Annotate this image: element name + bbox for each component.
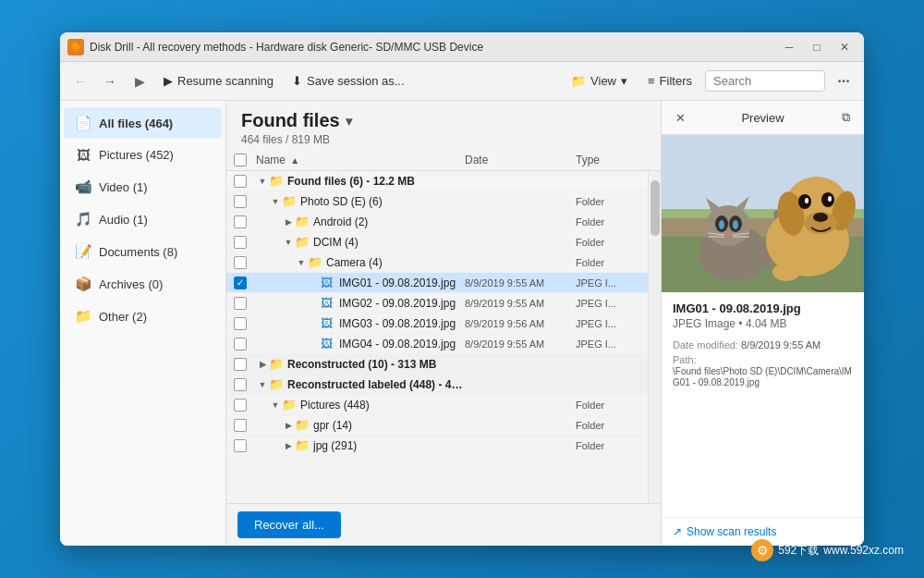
tree-toggle-icon[interactable]: ▼ xyxy=(282,236,295,249)
window-controls: ─ □ ✕ xyxy=(777,39,857,55)
scrollbar[interactable] xyxy=(648,171,661,503)
table-row[interactable]: ▼ 📁 Pictures (448) Folder xyxy=(226,395,648,415)
sidebar-item-archives[interactable]: 📦 Archives (0) xyxy=(64,268,222,300)
row-filename: Found files (6) - 12.2 MB xyxy=(287,175,465,188)
sidebar-item-label: Archives (0) xyxy=(99,277,163,291)
row-type: JPEG I... xyxy=(576,277,640,289)
type-column-header[interactable]: Type xyxy=(576,154,640,166)
row-checkbox[interactable] xyxy=(234,236,247,249)
svg-point-22 xyxy=(813,213,828,222)
row-type: JPEG I... xyxy=(576,338,640,350)
row-checkbox[interactable] xyxy=(234,358,247,371)
resume-scanning-button[interactable]: ▶ Resume scanning xyxy=(156,70,281,92)
sidebar-item-label: Other (2) xyxy=(99,310,147,324)
tree-toggle-icon[interactable]: ▶ xyxy=(256,358,269,371)
watermark-icon: ⚙ xyxy=(751,539,773,561)
minimize-button[interactable]: ─ xyxy=(777,39,801,55)
file-list-container: Name ▲ Date Type ▼ xyxy=(226,150,661,503)
svg-point-25 xyxy=(805,198,808,203)
date-column-header[interactable]: Date xyxy=(465,154,576,166)
folder-yellow-icon: 📁 xyxy=(282,398,297,412)
table-row[interactable]: ▼ 📁 DCIM (4) Folder xyxy=(226,232,648,252)
row-checkbox[interactable] xyxy=(234,439,247,452)
row-checkbox[interactable] xyxy=(234,215,247,228)
table-row[interactable]: ▶ 📁 Android (2) Folder xyxy=(226,212,648,232)
external-link-icon: ↗ xyxy=(673,525,682,538)
row-checkbox[interactable]: ✓ xyxy=(234,277,247,289)
image-file-icon: 🖼 xyxy=(321,316,335,331)
select-all-checkbox[interactable] xyxy=(234,154,247,166)
row-checkbox[interactable] xyxy=(234,378,247,391)
tree-toggle-icon[interactable]: ▼ xyxy=(256,378,269,391)
svg-point-12 xyxy=(723,231,733,237)
back-button[interactable]: ← xyxy=(67,68,93,94)
no-toggle xyxy=(308,277,321,289)
preview-close-button[interactable]: ✕ xyxy=(671,108,689,127)
table-row[interactable]: ▶ 📁 Reconstructed (10) - 313 MB xyxy=(226,354,648,375)
tree-toggle-icon[interactable]: ▼ xyxy=(269,399,282,412)
table-row[interactable]: ▼ 📁 Camera (4) Folder xyxy=(226,252,648,273)
preview-copy-button[interactable]: ⧉ xyxy=(836,108,855,127)
row-checkbox[interactable] xyxy=(234,297,247,310)
sidebar-item-other[interactable]: 📁 Other (2) xyxy=(64,301,222,332)
tree-toggle-icon[interactable]: ▼ xyxy=(256,175,269,188)
row-checkbox[interactable] xyxy=(234,317,247,330)
search-input[interactable] xyxy=(705,70,825,92)
table-row[interactable]: ▼ 📁 Photo SD (E) (6) Folder xyxy=(226,191,648,212)
file-footer: Recover all... xyxy=(226,503,661,546)
table-row[interactable]: ✓ 🖼 IMG01 - 09.08.2019.jpg 8/9/2019 9:55… xyxy=(226,273,648,293)
row-checkbox[interactable] xyxy=(234,399,247,412)
sidebar-item-documents[interactable]: 📝 Documents (8) xyxy=(64,236,222,267)
recover-all-button[interactable]: Recover all... xyxy=(237,511,341,538)
play-button[interactable]: ▶ xyxy=(127,68,152,94)
close-button[interactable]: ✕ xyxy=(833,39,857,55)
row-type: Folder xyxy=(576,257,640,268)
tree-toggle-icon[interactable]: ▶ xyxy=(282,419,295,432)
sidebar-item-all-files[interactable]: 📄 All files (464) xyxy=(64,107,222,139)
no-toggle xyxy=(308,297,321,310)
sidebar-item-pictures[interactable]: 🖼 Pictures (452) xyxy=(64,140,222,170)
more-button[interactable]: ··· xyxy=(831,68,857,94)
save-session-button[interactable]: ⬇ Save session as... xyxy=(285,70,412,92)
forward-button[interactable]: → xyxy=(97,68,123,94)
sidebar-item-label: Audio (1) xyxy=(99,213,148,227)
scrollbar-thumb[interactable] xyxy=(650,180,660,236)
row-type: Folder xyxy=(576,420,640,431)
row-checkbox[interactable] xyxy=(234,419,247,432)
table-row[interactable]: 🖼 IMG02 - 09.08.2019.jpg 8/9/2019 9:55 A… xyxy=(226,293,648,314)
row-checkbox[interactable] xyxy=(234,195,247,208)
tree-toggle-icon[interactable]: ▶ xyxy=(282,215,295,228)
maximize-button[interactable]: □ xyxy=(805,39,829,55)
tree-toggle-icon[interactable]: ▶ xyxy=(282,439,295,452)
table-row[interactable]: 🖼 IMG03 - 09.08.2019.jpg 8/9/2019 9:56 A… xyxy=(226,314,648,334)
tree-toggle-icon[interactable]: ▼ xyxy=(295,256,308,269)
sidebar-item-video[interactable]: 📹 Video (1) xyxy=(64,171,222,203)
table-row[interactable]: ▶ 📁 gpr (14) Folder xyxy=(226,415,648,436)
preview-path: Path: \Found files\Photo SD (E)\DCIM\Cam… xyxy=(673,354,853,387)
table-row[interactable]: 🖼 IMG04 - 09.08.2019.jpg 8/9/2019 9:55 A… xyxy=(226,334,648,354)
row-filename: IMG04 - 09.08.2019.jpg xyxy=(339,338,465,350)
row-checkbox[interactable] xyxy=(234,175,247,188)
row-filename: jpg (291) xyxy=(313,439,465,452)
file-list[interactable]: ▼ 📁 Found files (6) - 12.2 MB xyxy=(226,171,648,503)
table-row[interactable]: ▼ 📁 Found files (6) - 12.2 MB xyxy=(226,171,648,191)
table-row[interactable]: ▶ 📁 jpg (291) Folder xyxy=(226,436,648,456)
preview-header: ✕ Preview ⧉ xyxy=(662,101,864,135)
svg-point-24 xyxy=(821,192,834,207)
watermark-url: www.592xz.com xyxy=(823,544,904,557)
name-column-header[interactable]: Name ▲ xyxy=(256,154,465,166)
view-button[interactable]: 📁 View ▾ xyxy=(564,70,635,92)
tree-toggle-icon[interactable]: ▼ xyxy=(269,195,282,208)
table-row[interactable]: ▼ 📁 Reconstructed labeled (448) - 493 MB xyxy=(226,375,648,395)
preview-filetype: JPEG Image • 4.04 MB xyxy=(673,317,853,330)
preview-info: IMG01 - 09.08.2019.jpg JPEG Image • 4.04… xyxy=(662,292,864,517)
row-checkbox[interactable] xyxy=(234,256,247,269)
sidebar-item-audio[interactable]: 🎵 Audio (1) xyxy=(64,203,222,235)
preview-date-modified: Date modified: 8/9/2019 9:55 AM xyxy=(673,339,853,350)
preview-filename: IMG01 - 09.08.2019.jpg xyxy=(673,301,853,315)
folder-dark-icon: 📁 xyxy=(308,255,322,270)
title-dropdown-button[interactable]: ▾ xyxy=(346,114,352,129)
filters-button[interactable]: ≡ Filters xyxy=(640,70,699,92)
row-checkbox[interactable] xyxy=(234,338,247,350)
window-title: Disk Drill - All recovery methods - Hard… xyxy=(90,41,777,54)
